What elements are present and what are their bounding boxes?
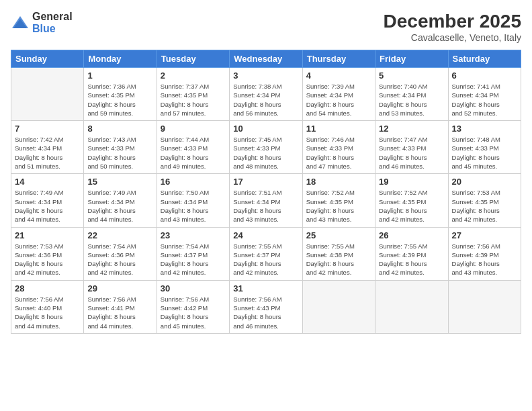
col-monday: Monday: [84, 50, 157, 68]
day-cell-3-0: 21Sunrise: 7:53 AM Sunset: 4:36 PM Dayli…: [11, 227, 84, 280]
day-cell-4-2: 30Sunrise: 7:56 AM Sunset: 4:42 PM Dayli…: [157, 280, 229, 333]
col-friday: Friday: [375, 50, 448, 68]
day-cell-3-6: 27Sunrise: 7:56 AM Sunset: 4:39 PM Dayli…: [448, 227, 521, 280]
day-info: Sunrise: 7:46 AM Sunset: 4:33 PM Dayligh…: [306, 135, 371, 171]
calendar-body: 1Sunrise: 7:36 AM Sunset: 4:35 PM Daylig…: [11, 68, 521, 334]
title-area: December 2025 Cavalcaselle, Veneto, Ital…: [384, 11, 521, 43]
day-cell-3-1: 22Sunrise: 7:54 AM Sunset: 4:36 PM Dayli…: [84, 227, 157, 280]
day-cell-4-3: 31Sunrise: 7:56 AM Sunset: 4:43 PM Dayli…: [230, 280, 302, 333]
header: General Blue December 2025 Cavalcaselle,…: [11, 11, 521, 43]
location: Cavalcaselle, Veneto, Italy: [384, 32, 521, 43]
day-number: 22: [87, 230, 152, 240]
day-cell-4-6: [448, 280, 521, 333]
day-info: Sunrise: 7:50 AM Sunset: 4:34 PM Dayligh…: [161, 188, 226, 224]
col-sunday: Sunday: [11, 50, 84, 68]
page: General Blue December 2025 Cavalcaselle,…: [0, 0, 532, 411]
day-cell-3-4: 25Sunrise: 7:55 AM Sunset: 4:38 PM Dayli…: [302, 227, 375, 280]
day-cell-2-4: 18Sunrise: 7:52 AM Sunset: 4:35 PM Dayli…: [302, 174, 375, 227]
week-row-4: 28Sunrise: 7:56 AM Sunset: 4:40 PM Dayli…: [11, 280, 521, 333]
day-number: 31: [233, 283, 298, 293]
day-info: Sunrise: 7:55 AM Sunset: 4:38 PM Dayligh…: [306, 242, 371, 277]
day-number: 21: [15, 230, 80, 240]
day-number: 18: [306, 177, 371, 187]
day-info: Sunrise: 7:49 AM Sunset: 4:34 PM Dayligh…: [87, 188, 152, 224]
col-tuesday: Tuesday: [157, 50, 229, 68]
day-number: 16: [161, 177, 226, 187]
day-number: 25: [306, 230, 371, 240]
day-number: 3: [233, 71, 298, 81]
col-saturday: Saturday: [448, 50, 521, 68]
col-wednesday: Wednesday: [230, 50, 302, 68]
day-cell-1-1: 8Sunrise: 7:43 AM Sunset: 4:33 PM Daylig…: [84, 121, 157, 174]
day-cell-0-1: 1Sunrise: 7:36 AM Sunset: 4:35 PM Daylig…: [84, 68, 157, 121]
day-number: 6: [452, 71, 517, 81]
calendar-header: Sunday Monday Tuesday Wednesday Thursday…: [11, 50, 521, 68]
day-cell-4-1: 29Sunrise: 7:56 AM Sunset: 4:41 PM Dayli…: [84, 280, 157, 333]
logo-blue: Blue: [32, 23, 73, 35]
week-row-1: 7Sunrise: 7:42 AM Sunset: 4:34 PM Daylig…: [11, 121, 521, 174]
day-cell-1-2: 9Sunrise: 7:44 AM Sunset: 4:33 PM Daylig…: [157, 121, 229, 174]
day-cell-0-3: 3Sunrise: 7:38 AM Sunset: 4:34 PM Daylig…: [230, 68, 302, 121]
day-number: 5: [379, 71, 444, 81]
week-row-2: 14Sunrise: 7:49 AM Sunset: 4:34 PM Dayli…: [11, 174, 521, 227]
day-number: 14: [15, 177, 80, 187]
month-title: December 2025: [384, 11, 521, 32]
day-info: Sunrise: 7:56 AM Sunset: 4:39 PM Dayligh…: [452, 242, 517, 277]
day-cell-3-3: 24Sunrise: 7:55 AM Sunset: 4:37 PM Dayli…: [230, 227, 302, 280]
day-info: Sunrise: 7:39 AM Sunset: 4:34 PM Dayligh…: [306, 82, 371, 118]
day-info: Sunrise: 7:45 AM Sunset: 4:33 PM Dayligh…: [233, 135, 298, 171]
day-cell-1-4: 11Sunrise: 7:46 AM Sunset: 4:33 PM Dayli…: [302, 121, 375, 174]
day-cell-4-5: [375, 280, 448, 333]
day-info: Sunrise: 7:56 AM Sunset: 4:41 PM Dayligh…: [87, 295, 152, 330]
day-number: 15: [87, 177, 152, 187]
day-info: Sunrise: 7:53 AM Sunset: 4:36 PM Dayligh…: [15, 242, 80, 277]
day-info: Sunrise: 7:55 AM Sunset: 4:37 PM Dayligh…: [233, 242, 298, 277]
day-cell-2-2: 16Sunrise: 7:50 AM Sunset: 4:34 PM Dayli…: [157, 174, 229, 227]
logo: General Blue: [11, 11, 73, 34]
day-info: Sunrise: 7:40 AM Sunset: 4:34 PM Dayligh…: [379, 82, 444, 118]
day-cell-0-6: 6Sunrise: 7:41 AM Sunset: 4:34 PM Daylig…: [448, 68, 521, 121]
day-info: Sunrise: 7:38 AM Sunset: 4:34 PM Dayligh…: [233, 82, 298, 118]
day-number: 28: [15, 283, 80, 293]
day-number: 8: [87, 124, 152, 134]
day-info: Sunrise: 7:56 AM Sunset: 4:40 PM Dayligh…: [15, 295, 80, 330]
day-number: 2: [161, 71, 226, 81]
day-number: 10: [233, 124, 298, 134]
calendar: Sunday Monday Tuesday Wednesday Thursday…: [11, 50, 521, 334]
day-number: 19: [379, 177, 444, 187]
logo-icon: [11, 13, 30, 32]
day-info: Sunrise: 7:52 AM Sunset: 4:35 PM Dayligh…: [379, 188, 444, 224]
day-info: Sunrise: 7:52 AM Sunset: 4:35 PM Dayligh…: [306, 188, 371, 224]
day-info: Sunrise: 7:48 AM Sunset: 4:33 PM Dayligh…: [452, 135, 517, 171]
day-number: 20: [452, 177, 517, 187]
week-row-0: 1Sunrise: 7:36 AM Sunset: 4:35 PM Daylig…: [11, 68, 521, 121]
day-info: Sunrise: 7:51 AM Sunset: 4:34 PM Dayligh…: [233, 188, 298, 224]
day-cell-2-3: 17Sunrise: 7:51 AM Sunset: 4:34 PM Dayli…: [230, 174, 302, 227]
day-cell-4-0: 28Sunrise: 7:56 AM Sunset: 4:40 PM Dayli…: [11, 280, 84, 333]
day-cell-2-1: 15Sunrise: 7:49 AM Sunset: 4:34 PM Dayli…: [84, 174, 157, 227]
day-number: 30: [161, 283, 226, 293]
day-info: Sunrise: 7:37 AM Sunset: 4:35 PM Dayligh…: [161, 82, 226, 118]
day-info: Sunrise: 7:36 AM Sunset: 4:35 PM Dayligh…: [87, 82, 152, 118]
day-cell-1-3: 10Sunrise: 7:45 AM Sunset: 4:33 PM Dayli…: [230, 121, 302, 174]
day-cell-1-6: 13Sunrise: 7:48 AM Sunset: 4:33 PM Dayli…: [448, 121, 521, 174]
week-row-3: 21Sunrise: 7:53 AM Sunset: 4:36 PM Dayli…: [11, 227, 521, 280]
day-cell-2-6: 20Sunrise: 7:53 AM Sunset: 4:35 PM Dayli…: [448, 174, 521, 227]
day-cell-0-5: 5Sunrise: 7:40 AM Sunset: 4:34 PM Daylig…: [375, 68, 448, 121]
day-number: 17: [233, 177, 298, 187]
day-number: 26: [379, 230, 444, 240]
day-number: 9: [161, 124, 226, 134]
day-cell-1-5: 12Sunrise: 7:47 AM Sunset: 4:33 PM Dayli…: [375, 121, 448, 174]
day-number: 27: [452, 230, 517, 240]
day-info: Sunrise: 7:43 AM Sunset: 4:33 PM Dayligh…: [87, 135, 152, 171]
day-cell-1-0: 7Sunrise: 7:42 AM Sunset: 4:34 PM Daylig…: [11, 121, 84, 174]
day-info: Sunrise: 7:49 AM Sunset: 4:34 PM Dayligh…: [15, 188, 80, 224]
day-info: Sunrise: 7:54 AM Sunset: 4:36 PM Dayligh…: [87, 242, 152, 277]
day-info: Sunrise: 7:47 AM Sunset: 4:33 PM Dayligh…: [379, 135, 444, 171]
day-cell-0-2: 2Sunrise: 7:37 AM Sunset: 4:35 PM Daylig…: [157, 68, 229, 121]
day-info: Sunrise: 7:56 AM Sunset: 4:43 PM Dayligh…: [233, 295, 298, 330]
day-cell-3-2: 23Sunrise: 7:54 AM Sunset: 4:37 PM Dayli…: [157, 227, 229, 280]
day-number: 13: [452, 124, 517, 134]
day-number: 4: [306, 71, 371, 81]
day-number: 23: [161, 230, 226, 240]
